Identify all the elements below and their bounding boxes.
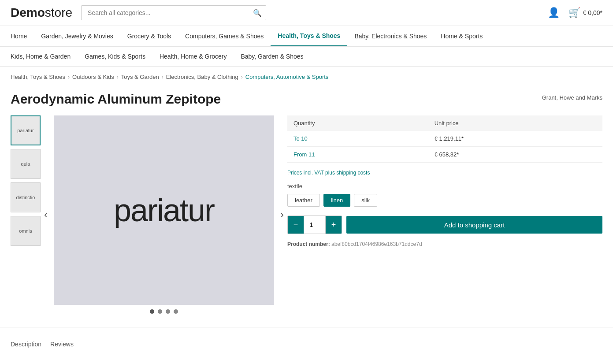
nav-item-baby[interactable]: Baby, Electronics & Shoes <box>347 26 434 46</box>
product-number: Product number: abef80bcd1704f46986e163b… <box>287 241 602 247</box>
carousel-prev-button[interactable]: ‹ <box>41 205 51 224</box>
product-content: pariatur quia distinctio omnis ‹ pariatu… <box>0 115 613 314</box>
primary-nav: Home Garden, Jewelry & Movies Grocery & … <box>0 26 613 47</box>
breadcrumb-item-1[interactable]: Outdoors & Kids <box>72 74 114 80</box>
main-image: pariatur <box>54 115 274 305</box>
logo-bold: Demo <box>11 6 45 19</box>
product-title: Aerodynamic Aluminum Zepitope <box>11 92 221 107</box>
breadcrumb-sep-3: › <box>241 74 243 80</box>
header-right: 👤 🛒 € 0,00* <box>548 7 602 19</box>
pricing-qty-1: From 11 <box>287 147 428 163</box>
pricing-col-quantity: Quantity <box>287 115 428 131</box>
cart-row: − + Add to shopping cart <box>287 215 602 234</box>
breadcrumb-item-2[interactable]: Toys & Garden <box>121 74 159 80</box>
pricing-row-0: To 10 € 1.219,11* <box>287 131 602 147</box>
tab-reviews[interactable]: Reviews <box>50 341 74 351</box>
carousel-dot-0[interactable] <box>150 309 154 314</box>
pricing-table: Quantity Unit price To 10 € 1.219,11* Fr… <box>287 115 602 163</box>
cart-icon: 🛒 <box>568 7 580 19</box>
nav-item-home[interactable]: Home <box>11 26 34 46</box>
search-input[interactable] <box>81 5 266 20</box>
pricing-price-0: € 1.219,11* <box>428 131 602 147</box>
thumbnail-2[interactable]: distinctio <box>11 182 41 212</box>
header: Demostore 🔍 👤 🛒 € 0,00* <box>0 0 613 26</box>
breadcrumb: Health, Toys & Shoes › Outdoors & Kids ›… <box>0 67 613 87</box>
thumbnail-list: pariatur quia distinctio omnis <box>11 115 41 314</box>
breadcrumb-sep-0: › <box>68 74 70 80</box>
main-image-text: pariatur <box>114 192 214 228</box>
quantity-decrease-button[interactable]: − <box>288 216 304 234</box>
nav-sec-health[interactable]: Health, Home & Grocery <box>152 47 234 66</box>
carousel-dot-1[interactable] <box>158 309 162 314</box>
nav-sec-baby[interactable]: Baby, Garden & Shoes <box>234 47 310 66</box>
logo[interactable]: Demostore <box>11 6 72 20</box>
nav-sec-kids[interactable]: Kids, Home & Garden <box>11 47 78 66</box>
breadcrumb-item-0[interactable]: Health, Toys & Shoes <box>11 74 65 80</box>
quantity-control: − + <box>287 215 342 234</box>
pricing-qty-0: To 10 <box>287 131 428 147</box>
vat-note: Prices incl. VAT plus shipping costs <box>287 170 602 176</box>
textile-label: textile <box>287 183 602 189</box>
product-header: Aerodynamic Aluminum Zepitope Grant, How… <box>0 87 613 115</box>
cart-price: € 0,00* <box>583 9 602 16</box>
nav-item-home-sports[interactable]: Home & Sports <box>434 26 490 46</box>
search-icon: 🔍 <box>253 9 262 17</box>
quantity-increase-button[interactable]: + <box>326 216 342 234</box>
add-to-cart-button[interactable]: Add to shopping cart <box>346 216 602 234</box>
bottom-tabs: Description Reviews <box>0 327 613 351</box>
product-number-value: abef80bcd1704f46986e163b71ddce7d <box>331 241 422 247</box>
breadcrumb-item-4[interactable]: Computers, Automotive & Sports <box>245 74 329 80</box>
carousel-next-button[interactable]: › <box>277 205 287 224</box>
brand-name[interactable]: Grant, Howe and Marks <box>542 94 602 101</box>
textile-linen-button[interactable]: linen <box>323 194 350 207</box>
cart-wrapper[interactable]: 🛒 € 0,00* <box>568 7 602 19</box>
pricing-price-1: € 658,32* <box>428 147 602 163</box>
user-icon[interactable]: 👤 <box>548 7 560 19</box>
textile-options: leather linen silk <box>287 194 602 207</box>
thumbnail-1[interactable]: quia <box>11 149 41 179</box>
main-image-wrapper: ‹ pariatur › <box>54 115 274 314</box>
thumbnail-0[interactable]: pariatur <box>11 115 41 145</box>
product-details: Quantity Unit price To 10 € 1.219,11* Fr… <box>287 115 602 314</box>
breadcrumb-item-3[interactable]: Electronics, Baby & Clothing <box>166 74 238 80</box>
nav-item-computers[interactable]: Computers, Games & Shoes <box>178 26 271 46</box>
nav-item-garden[interactable]: Garden, Jewelry & Movies <box>34 26 120 46</box>
textile-leather-button[interactable]: leather <box>287 194 320 207</box>
carousel-dot-3[interactable] <box>174 309 178 314</box>
quantity-input[interactable] <box>304 216 326 234</box>
logo-light: store <box>45 6 72 19</box>
breadcrumb-sep-1: › <box>117 74 119 80</box>
carousel-dot-2[interactable] <box>166 309 170 314</box>
nav-item-grocery[interactable]: Grocery & Tools <box>120 26 178 46</box>
nav-item-health[interactable]: Health, Toys & Shoes <box>271 26 347 46</box>
tab-description[interactable]: Description <box>11 341 41 351</box>
breadcrumb-sep-2: › <box>162 74 163 80</box>
product-number-label: Product number: <box>287 241 330 247</box>
thumbnail-3[interactable]: omnis <box>11 216 41 246</box>
pricing-row-1: From 11 € 658,32* <box>287 147 602 163</box>
textile-silk-button[interactable]: silk <box>354 194 377 207</box>
search-wrapper: 🔍 <box>81 5 266 20</box>
secondary-nav: Kids, Home & Garden Games, Kids & Sports… <box>0 47 613 67</box>
pricing-col-unit-price: Unit price <box>428 115 602 131</box>
carousel-dots <box>54 309 274 314</box>
nav-sec-games[interactable]: Games, Kids & Sports <box>78 47 152 66</box>
